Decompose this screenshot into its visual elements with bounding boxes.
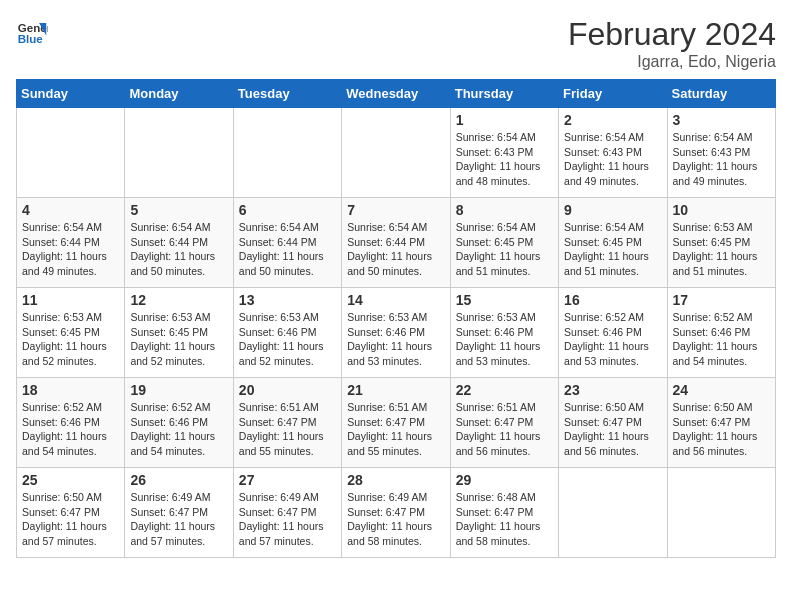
cell-info: Sunrise: 6:54 AM Sunset: 6:44 PM Dayligh… (347, 220, 444, 279)
day-number: 15 (456, 292, 553, 308)
cell-info: Sunrise: 6:52 AM Sunset: 6:46 PM Dayligh… (564, 310, 661, 369)
day-number: 24 (673, 382, 770, 398)
calendar-cell: 17Sunrise: 6:52 AM Sunset: 6:46 PM Dayli… (667, 288, 775, 378)
page-header: General Blue February 2024 Igarra, Edo, … (16, 16, 776, 71)
day-number: 19 (130, 382, 227, 398)
cell-info: Sunrise: 6:53 AM Sunset: 6:45 PM Dayligh… (130, 310, 227, 369)
calendar-cell (342, 108, 450, 198)
cell-info: Sunrise: 6:50 AM Sunset: 6:47 PM Dayligh… (564, 400, 661, 459)
cell-info: Sunrise: 6:50 AM Sunset: 6:47 PM Dayligh… (673, 400, 770, 459)
main-title: February 2024 (568, 16, 776, 53)
calendar-cell (667, 468, 775, 558)
day-number: 11 (22, 292, 119, 308)
calendar-cell: 14Sunrise: 6:53 AM Sunset: 6:46 PM Dayli… (342, 288, 450, 378)
col-header-thursday: Thursday (450, 80, 558, 108)
cell-info: Sunrise: 6:54 AM Sunset: 6:43 PM Dayligh… (564, 130, 661, 189)
subtitle: Igarra, Edo, Nigeria (568, 53, 776, 71)
cell-info: Sunrise: 6:52 AM Sunset: 6:46 PM Dayligh… (22, 400, 119, 459)
calendar-cell: 2Sunrise: 6:54 AM Sunset: 6:43 PM Daylig… (559, 108, 667, 198)
calendar-cell: 19Sunrise: 6:52 AM Sunset: 6:46 PM Dayli… (125, 378, 233, 468)
cell-info: Sunrise: 6:48 AM Sunset: 6:47 PM Dayligh… (456, 490, 553, 549)
calendar-cell: 12Sunrise: 6:53 AM Sunset: 6:45 PM Dayli… (125, 288, 233, 378)
calendar-cell: 6Sunrise: 6:54 AM Sunset: 6:44 PM Daylig… (233, 198, 341, 288)
day-number: 2 (564, 112, 661, 128)
calendar-cell: 25Sunrise: 6:50 AM Sunset: 6:47 PM Dayli… (17, 468, 125, 558)
day-number: 9 (564, 202, 661, 218)
day-number: 18 (22, 382, 119, 398)
day-number: 10 (673, 202, 770, 218)
calendar-cell: 24Sunrise: 6:50 AM Sunset: 6:47 PM Dayli… (667, 378, 775, 468)
calendar-cell: 1Sunrise: 6:54 AM Sunset: 6:43 PM Daylig… (450, 108, 558, 198)
cell-info: Sunrise: 6:53 AM Sunset: 6:45 PM Dayligh… (673, 220, 770, 279)
day-number: 7 (347, 202, 444, 218)
day-number: 4 (22, 202, 119, 218)
calendar-week-3: 11Sunrise: 6:53 AM Sunset: 6:45 PM Dayli… (17, 288, 776, 378)
calendar-cell: 10Sunrise: 6:53 AM Sunset: 6:45 PM Dayli… (667, 198, 775, 288)
calendar-cell: 21Sunrise: 6:51 AM Sunset: 6:47 PM Dayli… (342, 378, 450, 468)
cell-info: Sunrise: 6:51 AM Sunset: 6:47 PM Dayligh… (456, 400, 553, 459)
calendar-cell: 8Sunrise: 6:54 AM Sunset: 6:45 PM Daylig… (450, 198, 558, 288)
cell-info: Sunrise: 6:49 AM Sunset: 6:47 PM Dayligh… (239, 490, 336, 549)
col-header-tuesday: Tuesday (233, 80, 341, 108)
logo-icon: General Blue (16, 16, 48, 48)
cell-info: Sunrise: 6:54 AM Sunset: 6:44 PM Dayligh… (130, 220, 227, 279)
cell-info: Sunrise: 6:51 AM Sunset: 6:47 PM Dayligh… (239, 400, 336, 459)
day-number: 6 (239, 202, 336, 218)
day-number: 20 (239, 382, 336, 398)
cell-info: Sunrise: 6:54 AM Sunset: 6:44 PM Dayligh… (239, 220, 336, 279)
day-number: 26 (130, 472, 227, 488)
calendar-cell: 20Sunrise: 6:51 AM Sunset: 6:47 PM Dayli… (233, 378, 341, 468)
calendar-table: SundayMondayTuesdayWednesdayThursdayFrid… (16, 79, 776, 558)
calendar-cell: 11Sunrise: 6:53 AM Sunset: 6:45 PM Dayli… (17, 288, 125, 378)
cell-info: Sunrise: 6:54 AM Sunset: 6:45 PM Dayligh… (456, 220, 553, 279)
day-number: 17 (673, 292, 770, 308)
calendar-week-5: 25Sunrise: 6:50 AM Sunset: 6:47 PM Dayli… (17, 468, 776, 558)
calendar-cell: 15Sunrise: 6:53 AM Sunset: 6:46 PM Dayli… (450, 288, 558, 378)
cell-info: Sunrise: 6:52 AM Sunset: 6:46 PM Dayligh… (130, 400, 227, 459)
day-number: 25 (22, 472, 119, 488)
calendar-cell: 23Sunrise: 6:50 AM Sunset: 6:47 PM Dayli… (559, 378, 667, 468)
title-block: February 2024 Igarra, Edo, Nigeria (568, 16, 776, 71)
cell-info: Sunrise: 6:53 AM Sunset: 6:46 PM Dayligh… (239, 310, 336, 369)
calendar-cell: 26Sunrise: 6:49 AM Sunset: 6:47 PM Dayli… (125, 468, 233, 558)
calendar-week-2: 4Sunrise: 6:54 AM Sunset: 6:44 PM Daylig… (17, 198, 776, 288)
calendar-cell: 28Sunrise: 6:49 AM Sunset: 6:47 PM Dayli… (342, 468, 450, 558)
day-number: 3 (673, 112, 770, 128)
logo: General Blue (16, 16, 48, 48)
calendar-cell: 29Sunrise: 6:48 AM Sunset: 6:47 PM Dayli… (450, 468, 558, 558)
day-number: 14 (347, 292, 444, 308)
calendar-cell: 27Sunrise: 6:49 AM Sunset: 6:47 PM Dayli… (233, 468, 341, 558)
calendar-cell (125, 108, 233, 198)
calendar-cell (17, 108, 125, 198)
cell-info: Sunrise: 6:52 AM Sunset: 6:46 PM Dayligh… (673, 310, 770, 369)
cell-info: Sunrise: 6:54 AM Sunset: 6:45 PM Dayligh… (564, 220, 661, 279)
day-number: 8 (456, 202, 553, 218)
day-number: 28 (347, 472, 444, 488)
calendar-cell (233, 108, 341, 198)
cell-info: Sunrise: 6:54 AM Sunset: 6:44 PM Dayligh… (22, 220, 119, 279)
cell-info: Sunrise: 6:51 AM Sunset: 6:47 PM Dayligh… (347, 400, 444, 459)
calendar-header: SundayMondayTuesdayWednesdayThursdayFrid… (17, 80, 776, 108)
calendar-week-4: 18Sunrise: 6:52 AM Sunset: 6:46 PM Dayli… (17, 378, 776, 468)
day-number: 21 (347, 382, 444, 398)
calendar-cell: 16Sunrise: 6:52 AM Sunset: 6:46 PM Dayli… (559, 288, 667, 378)
calendar-cell: 22Sunrise: 6:51 AM Sunset: 6:47 PM Dayli… (450, 378, 558, 468)
cell-info: Sunrise: 6:53 AM Sunset: 6:46 PM Dayligh… (456, 310, 553, 369)
cell-info: Sunrise: 6:50 AM Sunset: 6:47 PM Dayligh… (22, 490, 119, 549)
day-number: 1 (456, 112, 553, 128)
col-header-monday: Monday (125, 80, 233, 108)
cell-info: Sunrise: 6:54 AM Sunset: 6:43 PM Dayligh… (673, 130, 770, 189)
calendar-cell (559, 468, 667, 558)
day-number: 16 (564, 292, 661, 308)
day-number: 5 (130, 202, 227, 218)
cell-info: Sunrise: 6:49 AM Sunset: 6:47 PM Dayligh… (130, 490, 227, 549)
calendar-cell: 5Sunrise: 6:54 AM Sunset: 6:44 PM Daylig… (125, 198, 233, 288)
calendar-cell: 9Sunrise: 6:54 AM Sunset: 6:45 PM Daylig… (559, 198, 667, 288)
day-number: 27 (239, 472, 336, 488)
day-number: 13 (239, 292, 336, 308)
col-header-friday: Friday (559, 80, 667, 108)
day-number: 29 (456, 472, 553, 488)
calendar-cell: 3Sunrise: 6:54 AM Sunset: 6:43 PM Daylig… (667, 108, 775, 198)
svg-text:Blue: Blue (18, 33, 44, 45)
day-number: 23 (564, 382, 661, 398)
